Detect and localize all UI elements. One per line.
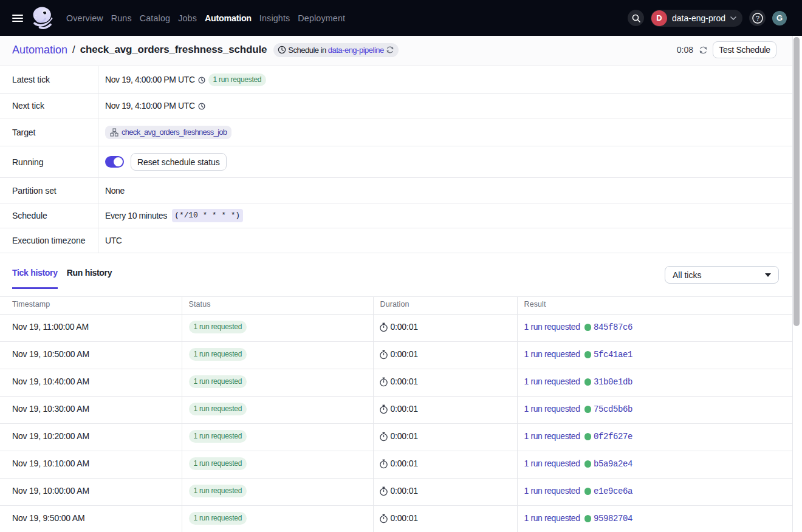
svg-text:?: ? (755, 15, 759, 22)
